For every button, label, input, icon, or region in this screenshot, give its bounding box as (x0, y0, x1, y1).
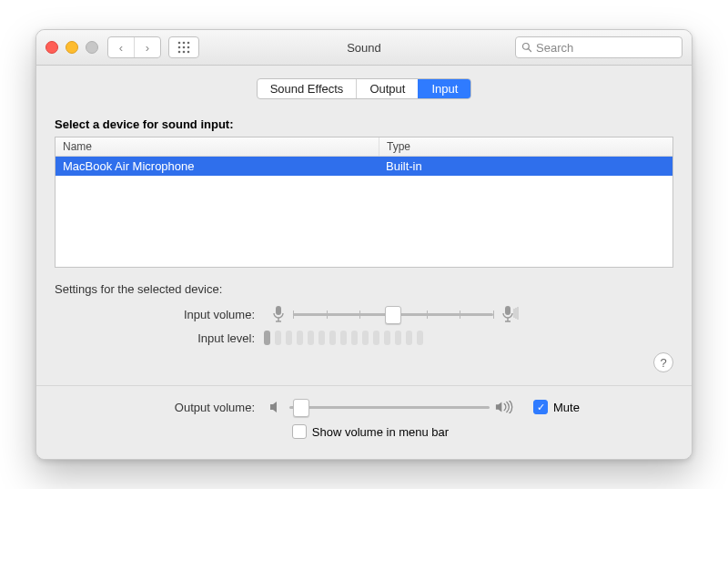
slider-tick (460, 310, 460, 319)
level-cell (373, 331, 379, 345)
table-empty-area (56, 176, 672, 267)
input-pane: Select a device for sound input: Name Ty… (36, 108, 692, 385)
svg-point-4 (183, 46, 186, 49)
slider-tick (293, 310, 294, 319)
tab-row: Sound Effects Output Input (36, 66, 692, 108)
input-level-meter (264, 331, 423, 345)
mute-checkbox[interactable]: Mute (533, 400, 580, 414)
level-cell (340, 331, 347, 345)
svg-point-0 (178, 42, 181, 45)
footer: Output volume: Mute Show volume in menu … (36, 386, 692, 459)
level-cell (395, 331, 401, 345)
level-cell (351, 331, 358, 345)
speaker-high-icon (495, 401, 515, 413)
menubar-label: Show volume in menu bar (312, 425, 449, 439)
output-volume-label: Output volume: (55, 401, 264, 414)
chevron-right-icon: › (146, 41, 149, 55)
input-volume-label: Input volume: (55, 308, 264, 321)
table-row[interactable]: MacBook Air Microphone Built-in (56, 157, 672, 176)
show-all-button[interactable] (168, 36, 199, 58)
level-cell (417, 331, 423, 345)
svg-point-7 (183, 51, 186, 54)
mic-high-icon (500, 305, 519, 323)
sound-preferences-window: ‹ › Sound Search Sound Effects Output In… (35, 29, 693, 460)
level-cell (384, 331, 390, 345)
level-cell (329, 331, 336, 345)
forward-button[interactable]: › (134, 37, 160, 57)
slider-thumb[interactable] (385, 306, 401, 324)
level-cell (406, 331, 412, 345)
input-volume-slider[interactable] (293, 306, 493, 322)
checkbox-icon (292, 424, 307, 439)
svg-point-6 (178, 51, 181, 54)
slider-tick (327, 310, 328, 319)
input-level-label: Input level: (55, 331, 264, 345)
level-cell (286, 331, 292, 345)
level-cell (275, 331, 281, 345)
level-cell (318, 331, 325, 345)
tab-segment: Sound Effects Output Input (257, 78, 472, 99)
slider-thumb[interactable] (293, 399, 309, 417)
level-cell (264, 331, 270, 345)
svg-point-1 (183, 42, 186, 45)
select-device-label: Select a device for sound input: (55, 117, 673, 131)
titlebar: ‹ › Sound Search (36, 30, 692, 66)
svg-point-2 (187, 42, 190, 45)
tab-output[interactable]: Output (356, 79, 418, 98)
grid-icon (177, 41, 190, 54)
slider-track (289, 406, 490, 409)
svg-point-3 (178, 46, 181, 49)
search-field[interactable]: Search (515, 36, 682, 58)
chevron-left-icon: ‹ (119, 41, 123, 55)
window-controls (46, 41, 98, 54)
svg-line-10 (529, 49, 531, 52)
level-cell (297, 331, 303, 345)
slider-tick (493, 310, 494, 319)
input-volume-row: Input volume: (55, 305, 673, 323)
svg-point-5 (187, 46, 190, 49)
tab-input[interactable]: Input (418, 79, 470, 98)
table-header: Name Type (56, 137, 672, 157)
col-name[interactable]: Name (56, 137, 379, 156)
back-button[interactable]: ‹ (108, 37, 134, 57)
settings-header: Settings for the selected device: (55, 282, 673, 296)
checkbox-icon (533, 400, 548, 414)
show-volume-menubar-checkbox[interactable]: Show volume in menu bar (292, 424, 449, 439)
svg-point-8 (187, 51, 190, 54)
search-icon (521, 42, 532, 53)
nav-buttons: ‹ › (107, 36, 161, 58)
level-cell (308, 331, 314, 345)
close-window-button[interactable] (46, 41, 58, 54)
output-volume-row: Output volume: Mute (55, 399, 673, 415)
speaker-low-icon (269, 401, 284, 413)
tab-sound-effects[interactable]: Sound Effects (258, 79, 357, 98)
minimize-window-button[interactable] (66, 41, 78, 54)
col-type[interactable]: Type (379, 137, 672, 156)
svg-rect-11 (276, 306, 281, 315)
svg-rect-14 (505, 306, 511, 315)
input-level-row: Input level: (55, 331, 673, 345)
mic-low-icon (271, 305, 286, 323)
device-name: MacBook Air Microphone (56, 157, 379, 176)
mute-label: Mute (553, 401, 580, 414)
level-cell (362, 331, 369, 345)
help-button[interactable]: ? (653, 352, 673, 372)
slider-tick (359, 310, 360, 319)
slider-tick (427, 310, 428, 319)
input-device-table: Name Type MacBook Air Microphone Built-i… (55, 137, 673, 268)
search-placeholder: Search (536, 41, 573, 55)
output-volume-slider[interactable] (289, 399, 490, 415)
device-type: Built-in (379, 157, 672, 176)
zoom-window-button[interactable] (86, 41, 98, 54)
